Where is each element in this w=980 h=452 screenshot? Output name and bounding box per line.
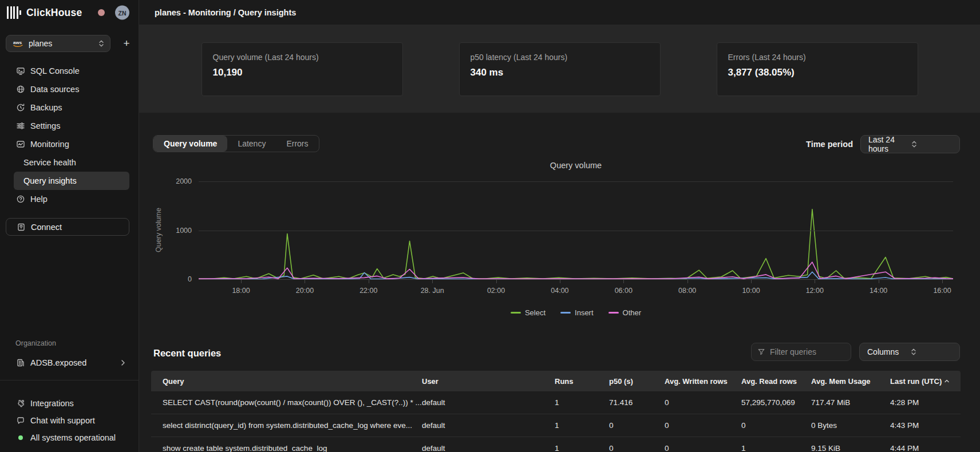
gridline-y-1000 xyxy=(199,231,953,231)
chevrons-updown-icon xyxy=(911,140,954,148)
legend-item-other[interactable]: Other xyxy=(608,308,642,317)
sidebar-footer-chat-with-support[interactable]: Chat with support xyxy=(14,412,129,429)
sidebar: ClickHouse ZN aws planes + SQL ConsoleDa… xyxy=(0,0,139,452)
sidebar-item-data-sources[interactable]: Data sources xyxy=(14,80,129,98)
add-service-button[interactable]: + xyxy=(120,37,133,50)
x-tick-mark xyxy=(687,280,688,283)
x-tick-mark xyxy=(879,280,879,283)
stat-value: 3,877 (38.05%) xyxy=(728,67,907,78)
monitoring-icon xyxy=(15,139,26,149)
connect-icon xyxy=(16,222,26,232)
column-header-runs[interactable]: Runs xyxy=(555,377,609,386)
funnel-icon xyxy=(757,348,765,356)
x-tick-mark xyxy=(369,280,369,283)
table-row[interactable]: SELECT CAST(round(pow(count() / max(coun… xyxy=(151,391,961,414)
column-header-last-run-utc-[interactable]: Last run (UTC) xyxy=(890,377,961,386)
time-period-value: Last 24 hours xyxy=(868,135,911,153)
organization-section-label: Organization xyxy=(15,339,56,347)
filter-queries-box xyxy=(751,343,851,361)
sidebar-item-label: Service health xyxy=(23,158,76,167)
y-tick-label: 2000 xyxy=(176,177,192,185)
clickhouse-logo-icon xyxy=(7,6,21,19)
series-select-line xyxy=(199,209,953,279)
cell: 4:44 PM xyxy=(890,444,961,452)
app-title: ClickHouse xyxy=(26,7,82,19)
column-header-query[interactable]: Query xyxy=(163,377,422,386)
y-tick-label: 1000 xyxy=(176,227,192,235)
cell: 1 xyxy=(555,444,609,452)
sidebar-footer-label: Integrations xyxy=(30,399,74,408)
stats-band: Query volume (Last 24 hours)10,190p50 la… xyxy=(139,25,980,113)
service-selector[interactable]: aws planes xyxy=(6,35,110,52)
recent-queries-table: QueryUserRunsp50 (s)Avg. Written rowsAvg… xyxy=(151,371,961,452)
connect-button[interactable]: Connect xyxy=(6,218,129,236)
service-selector-row: aws planes + xyxy=(6,35,133,52)
cell: 71.416 xyxy=(609,398,665,407)
x-tick-label: 10:00 xyxy=(742,287,760,295)
cell: 1 xyxy=(741,444,811,452)
filter-queries-input[interactable] xyxy=(770,347,845,356)
query-cell: show create table system.distributed_cac… xyxy=(163,444,422,452)
chart-title: Query volume xyxy=(199,161,953,170)
organization-name: ADSB.exposed xyxy=(30,358,86,367)
organization-item[interactable]: ADSB.exposed xyxy=(6,354,133,371)
stat-label: Errors (Last 24 hours) xyxy=(728,53,907,62)
time-period-select[interactable]: Last 24 hours xyxy=(860,135,960,153)
sidebar-item-label: SQL Console xyxy=(30,66,80,76)
breadcrumb: planes - Monitoring / Query insights xyxy=(155,8,296,17)
cell: 0 xyxy=(665,421,741,430)
columns-select-label: Columns xyxy=(867,347,911,356)
data-sources-icon xyxy=(15,84,26,94)
tab-latency[interactable]: Latency xyxy=(227,136,276,152)
chart-x-axis: 18:0020:0022:0028. Jun02:0004:0006:0008:… xyxy=(199,279,953,299)
x-tick-label: 08:00 xyxy=(678,287,696,295)
sidebar-item-service-health[interactable]: Service health xyxy=(14,153,129,172)
columns-select[interactable]: Columns xyxy=(859,343,960,361)
tab-errors[interactable]: Errors xyxy=(276,136,318,152)
query-cell: SELECT CAST(round(pow(count() / max(coun… xyxy=(163,398,422,407)
backups-icon xyxy=(15,102,26,113)
x-tick-mark xyxy=(751,280,752,283)
sidebar-item-settings[interactable]: Settings xyxy=(14,117,129,135)
cell: 717.47 MiB xyxy=(811,398,890,407)
notification-dot-icon[interactable] xyxy=(98,9,105,16)
x-tick-mark xyxy=(432,280,433,283)
legend-item-insert[interactable]: Insert xyxy=(560,308,594,317)
sidebar-footer-all-systems-operational[interactable]: All systems operational xyxy=(14,429,129,446)
service-name: planes xyxy=(29,39,98,48)
sidebar-item-label: Data sources xyxy=(30,85,79,94)
sidebar-item-help[interactable]: Help xyxy=(14,190,129,208)
sidebar-footer-integrations[interactable]: Integrations xyxy=(14,395,129,412)
help-icon xyxy=(15,194,26,204)
sidebar-item-monitoring[interactable]: Monitoring xyxy=(14,135,129,153)
column-header-avg-mem-usage[interactable]: Avg. Mem Usage xyxy=(811,377,890,386)
cell: 0 Bytes xyxy=(811,421,890,430)
column-header-avg-read-rows[interactable]: Avg. Read rows xyxy=(741,377,811,386)
tab-query-volume[interactable]: Query volume xyxy=(153,136,227,152)
chevron-right-icon xyxy=(120,359,126,366)
cell: 0 xyxy=(665,444,741,452)
chart-y-tick-labels: 010002000 xyxy=(137,181,192,279)
table-row[interactable]: select distrinct(query_id) from system.d… xyxy=(151,414,961,437)
legend-swatch xyxy=(608,312,619,314)
table-row[interactable]: show create table system.distributed_cac… xyxy=(151,437,961,452)
aws-icon: aws xyxy=(12,39,25,48)
stat-label: Query volume (Last 24 hours) xyxy=(213,53,392,62)
sidebar-item-label: Help xyxy=(30,195,48,204)
stat-card: Errors (Last 24 hours)3,877 (38.05%) xyxy=(717,42,918,96)
avatar[interactable]: ZN xyxy=(115,6,129,20)
x-tick-label: 22:00 xyxy=(359,287,377,295)
sidebar-item-query-insights[interactable]: Query insights xyxy=(14,172,129,190)
legend-item-select[interactable]: Select xyxy=(511,308,546,317)
column-header-p50-s-[interactable]: p50 (s) xyxy=(609,377,665,386)
column-header-avg-written-rows[interactable]: Avg. Written rows xyxy=(665,377,741,386)
sidebar-item-sql-console[interactable]: SQL Console xyxy=(14,62,129,80)
recent-queries-title: Recent queries xyxy=(153,348,221,359)
cell: 1 xyxy=(555,398,609,407)
table-body: SELECT CAST(round(pow(count() / max(coun… xyxy=(151,391,961,452)
chart-plot-area[interactable] xyxy=(199,181,953,279)
column-header-user[interactable]: User xyxy=(422,377,555,386)
sidebar-item-label: Backups xyxy=(30,103,62,112)
chart-legend: SelectInsertOther xyxy=(199,307,953,318)
sidebar-item-backups[interactable]: Backups xyxy=(14,98,129,117)
